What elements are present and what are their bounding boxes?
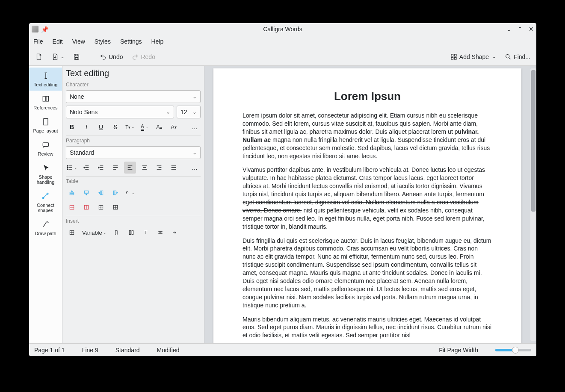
insert-col-left-button[interactable] (95, 187, 107, 199)
grow-font-button[interactable]: A▴ (153, 121, 165, 133)
insert-table-button[interactable] (66, 227, 78, 239)
open-document-icon (51, 53, 59, 61)
add-shape-button[interactable]: Add Shape⌄ (447, 51, 498, 62)
menu-file[interactable]: File (33, 38, 43, 45)
close-button[interactable]: ✕ (529, 26, 534, 32)
status-page: Page 1 of 1 (34, 347, 65, 354)
character-style-combo[interactable]: None⌄ (66, 90, 201, 103)
text-color-button[interactable]: A⌄ (139, 121, 151, 133)
mode-draw-path[interactable]: Draw path (29, 216, 62, 239)
paragraph-more-button[interactable]: … (189, 162, 201, 174)
paragraph-1: Lorem ipsum dolor sit amet, consectetur … (243, 112, 492, 160)
font-size-more-button[interactable]: T▾⌄ (124, 121, 136, 133)
svg-point-11 (67, 169, 68, 170)
redo-button[interactable]: Redo (129, 51, 157, 62)
menu-styles[interactable]: Styles (95, 38, 111, 45)
text-direction-button[interactable] (109, 162, 121, 174)
character-more-button[interactable]: … (189, 121, 201, 133)
mode-strip: Text editing References Page layout Revi… (29, 66, 62, 343)
delete-col-button[interactable] (80, 201, 92, 213)
chevron-down-icon: ⌄ (192, 94, 197, 100)
underline-button[interactable]: U (95, 121, 107, 133)
font-size-combo[interactable]: 12⌄ (177, 106, 201, 118)
insert-section-button[interactable] (125, 227, 137, 239)
chevron-down-icon: ⌄ (492, 54, 496, 59)
text-cursor-icon (41, 71, 50, 80)
save-button[interactable] (70, 51, 83, 62)
svg-rect-1 (454, 54, 456, 56)
new-document-button[interactable] (33, 51, 45, 62)
menu-settings[interactable]: Settings (120, 38, 142, 45)
insert-row-above-button[interactable] (66, 187, 78, 199)
section-insert: Insert (66, 216, 201, 224)
document-scroll[interactable]: Lorem Ipsun Lorem ipsum dolor sit amet, … (204, 66, 530, 343)
font-family-combo[interactable]: Noto Sans⌄ (66, 106, 174, 118)
mode-connect-shapes[interactable]: Connect shapes (29, 188, 62, 216)
vertical-scrollbar[interactable] (530, 68, 536, 341)
paragraph-style-combo[interactable]: Standard⌄ (66, 146, 201, 159)
strikethrough-button[interactable]: S (109, 121, 121, 133)
align-left-button[interactable] (124, 162, 136, 174)
status-zoom-mode[interactable]: Fit Page Width (439, 347, 478, 354)
svg-rect-5 (44, 119, 48, 125)
align-justify-button[interactable] (168, 162, 180, 174)
mode-shape-handling[interactable]: Shape handling (29, 160, 62, 188)
shrink-font-button[interactable]: A▾ (168, 121, 180, 133)
minimize-button[interactable]: ⌄ (506, 26, 512, 32)
undo-button[interactable]: Undo (97, 51, 125, 62)
merge-cells-button[interactable] (95, 201, 107, 213)
delete-row-button[interactable] (66, 201, 78, 213)
find-button[interactable]: Find... (502, 51, 533, 62)
menu-view[interactable]: View (72, 38, 85, 45)
paragraph-2: Vivamus porttitor dapibus ante, in vesti… (243, 166, 492, 230)
pin-icon[interactable]: 📌 (41, 26, 47, 32)
menu-help[interactable]: Help (151, 38, 164, 45)
chat-icon (41, 140, 50, 150)
chevron-down-icon: ⌄ (192, 150, 197, 156)
bullet-list-button[interactable]: ⌄ (66, 162, 78, 174)
align-center-button[interactable] (139, 162, 151, 174)
connector-icon (41, 192, 50, 201)
insert-special-char-button[interactable] (169, 227, 181, 239)
app-icon (32, 26, 38, 32)
status-modified: Modified (157, 347, 180, 354)
insert-bookmark-button[interactable] (111, 227, 123, 239)
svg-rect-0 (451, 54, 453, 56)
insert-variable-button[interactable]: Variable⌄ (80, 227, 108, 239)
maximize-button[interactable]: ⌃ (518, 26, 523, 32)
insert-row-below-button[interactable] (80, 187, 92, 199)
increase-indent-button[interactable] (95, 162, 107, 174)
svg-rect-6 (43, 143, 48, 146)
split-cells-button[interactable] (109, 201, 121, 213)
zoom-slider[interactable] (495, 349, 531, 351)
document-page[interactable]: Lorem Ipsun Lorem ipsum dolor sit amet, … (213, 68, 521, 343)
menu-edit[interactable]: Edit (53, 38, 63, 45)
zoom-slider-handle[interactable] (512, 347, 519, 354)
italic-button[interactable]: I (80, 121, 92, 133)
mode-text-editing[interactable]: Text editing (29, 68, 62, 91)
section-character: Character (66, 82, 201, 88)
titlebar: 📌 Calligra Words ⌄ ⌃ ✕ (29, 23, 536, 35)
scrollbar-thumb[interactable] (531, 70, 535, 212)
mode-review[interactable]: Review (29, 137, 62, 160)
decrease-indent-button[interactable] (80, 162, 92, 174)
book-icon (41, 94, 50, 103)
window-title: Calligra Words (29, 26, 536, 32)
panel-title: Text editing (66, 68, 201, 78)
undo-icon (99, 53, 107, 61)
svg-rect-3 (454, 57, 456, 59)
pointer-icon (41, 163, 50, 173)
insert-col-right-button[interactable] (109, 187, 121, 199)
chevron-down-icon: ⌄ (61, 54, 64, 59)
mode-page-layout[interactable]: Page layout (29, 114, 62, 137)
insert-textbox-button[interactable] (140, 227, 152, 239)
table-border-button[interactable]: ⌄ (124, 187, 136, 199)
bold-button[interactable]: B (66, 121, 78, 133)
page-icon (41, 117, 50, 127)
path-icon (41, 220, 50, 229)
align-right-button[interactable] (153, 162, 165, 174)
insert-pagebreak-button[interactable] (154, 227, 166, 239)
open-document-button[interactable]: ⌄ (49, 51, 67, 62)
status-style: Standard (115, 347, 140, 354)
mode-references[interactable]: References (29, 91, 62, 114)
